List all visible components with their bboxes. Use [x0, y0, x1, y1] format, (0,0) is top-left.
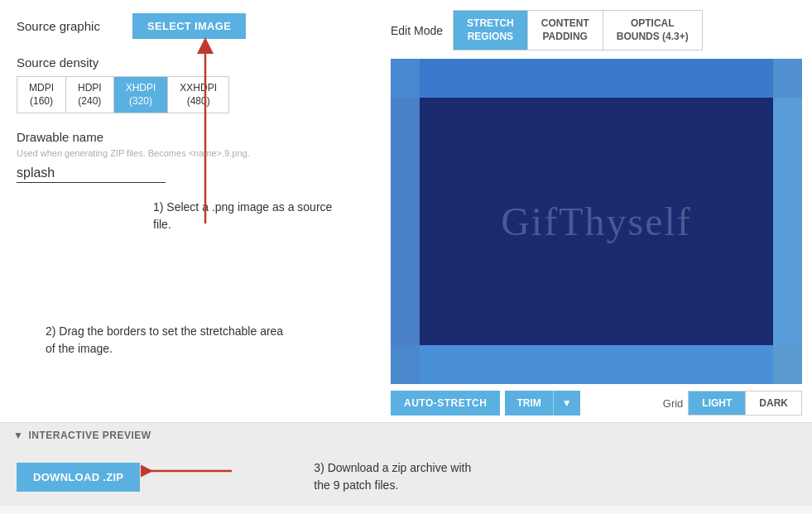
preview-row: DOWNLOAD .ZIP 3) Download a zip archive …: [0, 448, 812, 506]
left-bar: [391, 98, 420, 345]
canvas-area[interactable]: GifThyself: [391, 59, 802, 384]
instruction-3: 3) Download a zip archive withthe 9 patc…: [314, 459, 471, 494]
bottom-toolbar: AUTO-STRETCH TRIM ▼ Grid LIGHT DARK: [391, 384, 802, 422]
top-bar: [420, 59, 773, 98]
edit-mode-bar: Edit Mode STRETCHREGIONS CONTENTPADDING …: [391, 10, 802, 50]
grid-label: Grid: [663, 397, 684, 410]
preview-header-label: INTERACTIVE PREVIEW: [28, 430, 151, 441]
drawable-hint: Used when generating ZIP files. Becomes …: [17, 147, 364, 160]
stretch-regions-tab[interactable]: STRETCHREGIONS: [454, 11, 528, 50]
download-arrow: [141, 454, 240, 488]
grid-dark-button[interactable]: DARK: [746, 392, 801, 415]
grid-button-group: LIGHT DARK: [688, 391, 802, 416]
right-bar: [773, 98, 802, 345]
corner-tr: [773, 59, 802, 98]
chevron-down-icon: ▼: [13, 430, 23, 441]
select-image-button[interactable]: SELECT IMAGE: [132, 13, 246, 39]
density-button-group: MDPI (160) HDPI (240) XHDPI (320) XXHDPI…: [17, 76, 229, 113]
source-density-label: Source density: [17, 55, 364, 70]
corner-br: [773, 345, 802, 384]
center-region: GifThyself: [420, 98, 773, 345]
density-xxhdpi-button[interactable]: XXHDPI (480): [168, 77, 228, 113]
auto-stretch-button[interactable]: AUTO-STRETCH: [391, 391, 500, 416]
nine-patch-preview: GifThyself: [391, 59, 802, 384]
mode-tabs: STRETCHREGIONS CONTENTPADDING OPTICALBOU…: [453, 10, 703, 50]
corner-tl: [391, 59, 420, 98]
trim-button[interactable]: TRIM: [505, 391, 552, 416]
preview-header[interactable]: ▼ INTERACTIVE PREVIEW: [0, 423, 812, 448]
drawable-name-input[interactable]: [17, 166, 166, 183]
edit-mode-label: Edit Mode: [391, 24, 443, 37]
corner-bl: [391, 345, 420, 384]
drawable-name-label: Drawable name: [17, 130, 364, 144]
bottom-bar: [420, 345, 773, 384]
density-hdpi-button[interactable]: HDPI (240): [66, 77, 114, 113]
instruction-2: 2) Drag the borders to set the stretchab…: [46, 323, 286, 358]
density-mdpi-button[interactable]: MDPI (160): [17, 77, 66, 113]
watermark-text: GifThyself: [501, 199, 692, 244]
grid-light-button[interactable]: LIGHT: [689, 392, 746, 415]
optical-bounds-tab[interactable]: OPTICALBOUNDS (4.3+): [603, 11, 702, 50]
trim-dropdown-button[interactable]: ▼: [553, 391, 580, 416]
source-graphic-label: Source graphic: [17, 19, 132, 33]
trim-button-group: TRIM ▼: [505, 391, 579, 416]
interactive-preview-section: ▼ INTERACTIVE PREVIEW DOWNLOAD .ZIP 3) D…: [0, 423, 812, 506]
download-zip-button[interactable]: DOWNLOAD .ZIP: [17, 463, 140, 492]
instruction-1: 1) Select a .png image as a source file.: [153, 199, 352, 233]
density-xhdpi-button[interactable]: XHDPI (320): [114, 77, 169, 113]
content-padding-tab[interactable]: CONTENTPADDING: [528, 11, 603, 50]
